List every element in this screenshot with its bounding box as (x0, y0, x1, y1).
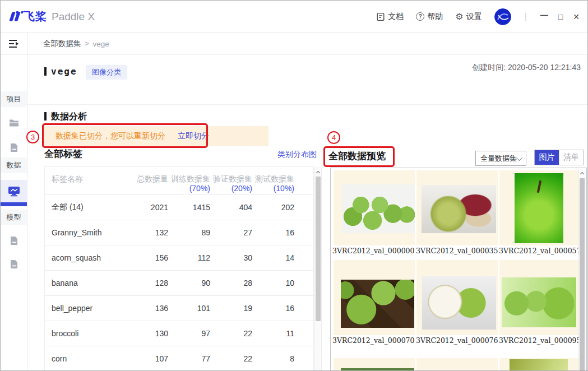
title-marker (44, 67, 47, 76)
close-button[interactable]: ✕ (573, 12, 580, 21)
row-label: banana (45, 279, 133, 287)
scrollbar-thumb[interactable] (580, 178, 585, 371)
analysis-section-title: 数据分析 (44, 111, 87, 123)
thumbnail-apples-green-background[interactable] (499, 260, 579, 335)
thumbnail-apples-on-wood[interactable] (334, 260, 415, 335)
view-toggle: 图片 清单 (534, 150, 584, 165)
image-foliage-partial (341, 368, 414, 371)
dataset-type-badge: 图像分类 (86, 65, 127, 80)
sidebar: 项目 数据 模型 (1, 33, 27, 371)
thumbnail-filename: 3VRC2012_val_00000023. JP (332, 247, 415, 257)
preview-scrollbar[interactable] (578, 169, 586, 371)
dataset-monitor-icon (8, 186, 20, 197)
thumbnail-filename: 3VRC2012_val_00007614. JP (416, 336, 498, 346)
row-val: 30 (210, 253, 252, 262)
breadcrumb-current: vege (93, 40, 109, 48)
row-label: Granny_Smith (45, 228, 133, 237)
row-val: 27 (210, 228, 252, 237)
image-view-button[interactable]: 图片 (535, 150, 559, 165)
row-total: 107 (133, 354, 168, 363)
class-distribution-link[interactable]: 类别分布图 (277, 150, 317, 160)
table-row: broccoli 130 97 22 11 (45, 321, 313, 346)
table-row: 全部 (14) 2021 1415 404 202 (45, 194, 313, 220)
sidebar-group-models: 模型 (1, 210, 27, 225)
sidebar-item-project-doc[interactable] (1, 137, 27, 157)
sidebar-item-model-doc-2[interactable] (1, 254, 27, 274)
scrollbar-thumb[interactable] (316, 177, 321, 321)
sidebar-item-project-list[interactable] (1, 113, 27, 133)
sidebar-item-model-doc-1[interactable] (1, 230, 27, 251)
chevron-down-icon (516, 154, 522, 160)
created-time-label: 创建时间: 2020-05-20 12:21:43 (472, 63, 581, 73)
row-train: 90 (168, 279, 210, 287)
thumbnail-filename: 3VRC2012_val_00005747. JP (499, 247, 578, 257)
settings-label: 设置 (466, 12, 482, 22)
sidebar-item-datasets-active[interactable] (1, 180, 27, 202)
table-scrollbar[interactable] (314, 168, 322, 371)
list-view-button[interactable]: 清单 (559, 150, 583, 165)
docs-label: 文档 (388, 12, 404, 22)
row-label: acorn_squash (45, 253, 133, 262)
breadcrumb-all-datasets[interactable]: 全部数据集 (43, 39, 81, 49)
header-total: 总数据量 (133, 174, 168, 184)
row-val: 22 (210, 329, 252, 338)
labels-table-title: 全部标签 (44, 147, 82, 160)
row-val: 19 (210, 304, 252, 313)
table-header-row: 标签名称 总数据量 训练数据集(70%) 验证数据集(20%) 测试数据集(10… (45, 167, 313, 194)
row-test: 14 (252, 253, 294, 262)
menu-icon (9, 40, 19, 48)
row-train: 1415 (168, 203, 210, 212)
settings-button[interactable]: ⚙ 设置 (455, 12, 481, 22)
row-total: 156 (133, 253, 168, 262)
brand-name-en: Paddle X (52, 11, 95, 23)
row-label: 全部 (14) (45, 202, 133, 212)
annotation-circle-4: 4 (327, 131, 340, 144)
row-test: 202 (252, 203, 294, 212)
row-test: 8 (252, 354, 294, 363)
section-divider (27, 104, 588, 105)
thumbnail-apple-with-red-turtle[interactable] (416, 170, 498, 245)
thumbnail-blank-partial[interactable] (416, 358, 498, 371)
dataset-filter-select[interactable]: 全量数据集 (475, 151, 526, 166)
row-test: 16 (252, 228, 294, 237)
thumbnail-yellow-green-partial[interactable] (499, 358, 579, 371)
image-yellow-green-partial (510, 359, 568, 371)
table-row: bell_pepper 136 101 19 16 (45, 295, 313, 321)
scroll-up-icon[interactable] (579, 169, 585, 177)
row-train: 101 (168, 304, 210, 313)
help-icon: ? (416, 12, 424, 21)
thumbnail-green-apple-closeup[interactable] (499, 170, 579, 245)
folder-icon (9, 119, 19, 127)
row-total: 2021 (133, 203, 168, 212)
row-train: 77 (168, 354, 210, 363)
table-row: acorn_squash 156 112 30 14 (45, 245, 313, 270)
document-icon (376, 12, 385, 21)
minimize-button[interactable]: — (540, 11, 548, 20)
window-separator: | (525, 12, 527, 22)
thumbnail-filename: 3VRC2012_val_00009579. JP (499, 336, 578, 346)
help-button[interactable]: ? 帮助 (416, 12, 443, 22)
help-label: 帮助 (427, 12, 443, 22)
thumbnail-foliage-partial[interactable] (334, 358, 415, 371)
docs-button[interactable]: 文档 (376, 12, 404, 22)
row-train: 89 (168, 228, 210, 237)
dataset-filter-value: 全量数据集 (480, 154, 517, 164)
scroll-up-icon[interactable] (315, 168, 321, 175)
thumbnail-halved-apple[interactable] (416, 260, 498, 335)
annotation-circle-3: 3 (26, 131, 39, 143)
row-total: 128 (133, 279, 168, 287)
image-green-apples-group (342, 184, 415, 233)
collapse-menu-button[interactable] (1, 33, 27, 55)
row-label: bell_pepper (45, 304, 133, 313)
row-val: 22 (210, 354, 252, 363)
user-avatar[interactable] (494, 8, 511, 25)
maximize-button[interactable]: □ (558, 12, 563, 21)
image-green-apple-closeup (515, 173, 563, 243)
brand-logo: 飞桨 Paddle X (11, 9, 95, 24)
sidebar-group-projects: 项目 (1, 91, 27, 107)
app-window: 飞桨 Paddle X 文档 ? 帮助 ⚙ 设置 | — □ ✕ (0, 0, 588, 371)
thumbnail-green-apples-group[interactable] (334, 170, 415, 245)
row-val: 28 (210, 279, 252, 287)
avatar-paddle-icon (494, 8, 511, 25)
breadcrumb-separator: > (85, 40, 89, 48)
